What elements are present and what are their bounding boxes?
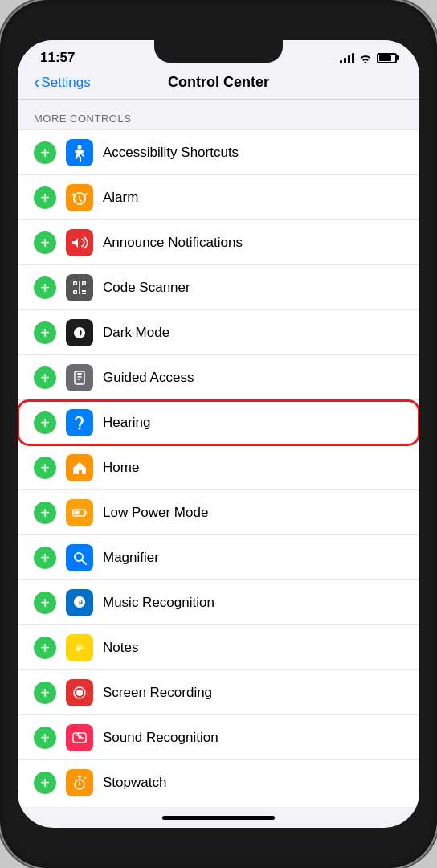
svg-rect-6 [84, 282, 85, 284]
add-sound-rec-button[interactable]: + [34, 727, 56, 749]
page-title: Control Center [168, 74, 269, 91]
add-hearing-button[interactable]: + [34, 411, 56, 434]
svg-rect-14 [77, 373, 82, 375]
svg-rect-9 [84, 290, 86, 292]
svg-rect-8 [82, 290, 84, 292]
add-screen-rec-button[interactable]: + [34, 682, 56, 704]
music-rec-label: Music Recognition [103, 595, 403, 611]
list-item-notes[interactable]: + Notes [18, 625, 419, 670]
notes-label: Notes [103, 640, 403, 656]
add-announce-button[interactable]: + [34, 231, 56, 254]
add-stopwatch-button[interactable]: + [34, 772, 56, 794]
wifi-icon [359, 53, 372, 63]
notch [154, 40, 283, 63]
list-item-guided-access[interactable]: + Guided Access [18, 355, 419, 400]
screen-rec-label: Screen Recording [103, 685, 403, 701]
sound-rec-icon [66, 724, 93, 751]
add-magnifier-button[interactable]: + [34, 547, 56, 569]
guided-access-icon [66, 364, 93, 391]
sound-rec-label: Sound Recognition [103, 730, 403, 746]
nav-bar: ‹ Settings Control Center [18, 71, 419, 100]
status-time: 11:57 [40, 50, 75, 66]
list-item-code-scanner[interactable]: + [18, 265, 419, 310]
battery-icon [377, 53, 397, 63]
add-code-scanner-button[interactable]: + [34, 276, 56, 299]
guided-access-label: Guided Access [103, 370, 403, 386]
add-guided-access-button[interactable]: + [34, 366, 56, 389]
list-item-sound-rec[interactable]: + Sound Recognition [18, 715, 419, 760]
svg-rect-17 [75, 510, 80, 514]
code-scanner-icon [66, 274, 93, 301]
screen-rec-icon [66, 679, 93, 706]
section-header-more-controls: MORE CONTROLS [18, 100, 419, 129]
controls-list: + Accessibility Shortcuts + [18, 129, 419, 807]
stopwatch-icon [66, 769, 93, 796]
list-item-home[interactable]: + Home [18, 445, 419, 490]
dark-mode-label: Dark Mode [103, 325, 403, 341]
phone-screen: 11:57 ‹ Settings [18, 40, 419, 828]
back-button[interactable]: ‹ Settings [34, 74, 91, 92]
home-indicator [162, 816, 275, 820]
svg-rect-10 [82, 293, 84, 294]
svg-point-25 [76, 690, 83, 696]
list-item-alarm[interactable]: + Alarm [18, 175, 419, 220]
list-item-hearing[interactable]: + Hearing [18, 400, 419, 445]
list-item-text-size[interactable]: + A A Text Size [18, 805, 419, 807]
magnifier-label: Magnifier [103, 550, 403, 566]
svg-line-19 [82, 560, 86, 564]
alarm-label: Alarm [103, 190, 403, 206]
back-chevron-icon: ‹ [34, 74, 39, 92]
svg-point-15 [79, 427, 81, 429]
accessibility-icon [66, 139, 93, 166]
signal-bars-icon [340, 53, 354, 63]
add-low-power-button[interactable]: + [34, 502, 56, 524]
home-icon [66, 454, 93, 481]
svg-rect-5 [75, 282, 76, 284]
list-item-screen-rec[interactable]: + Screen Recording [18, 670, 419, 715]
add-accessibility-button[interactable]: + [34, 141, 56, 164]
list-item-magnifier[interactable]: + Magnifier [18, 535, 419, 580]
announce-label: Announce Notifications [103, 235, 403, 251]
announce-icon [66, 229, 93, 256]
svg-rect-11 [84, 293, 86, 294]
list-item-dark-mode[interactable]: + Dark Mode [18, 310, 419, 355]
magnifier-icon [66, 544, 93, 571]
list-item-accessibility[interactable]: + Accessibility Shortcuts [18, 130, 419, 175]
home-label: Home [103, 460, 403, 476]
accessibility-label: Accessibility Shortcuts [103, 145, 403, 161]
code-scanner-label: Code Scanner [103, 280, 403, 296]
add-home-button[interactable]: + [34, 457, 56, 479]
svg-rect-7 [75, 291, 76, 293]
notes-icon [66, 634, 93, 661]
content-area: MORE CONTROLS + Accessibility Shortcuts [18, 100, 419, 807]
dark-mode-icon [66, 319, 93, 346]
status-icons [340, 53, 397, 63]
add-music-rec-button[interactable]: + [34, 592, 56, 614]
list-item-low-power[interactable]: + Low Power Mode [18, 490, 419, 535]
list-item-music-rec[interactable]: + Music Recognition [18, 580, 419, 625]
alarm-icon [66, 184, 93, 211]
svg-point-0 [78, 145, 82, 149]
music-rec-icon [66, 589, 93, 616]
hearing-label: Hearing [103, 415, 403, 431]
list-item-announce[interactable]: + Announce Notifications [18, 220, 419, 265]
list-item-stopwatch[interactable]: + Stopwatch [18, 760, 419, 805]
low-power-icon [66, 499, 93, 526]
hearing-icon [66, 409, 93, 436]
phone-frame: 11:57 ‹ Settings [0, 0, 437, 868]
add-dark-mode-button[interactable]: + [34, 321, 56, 344]
low-power-label: Low Power Mode [103, 505, 403, 521]
add-alarm-button[interactable]: + [34, 186, 56, 209]
add-notes-button[interactable]: + [34, 637, 56, 659]
back-label: Settings [41, 75, 90, 91]
stopwatch-label: Stopwatch [103, 775, 403, 791]
